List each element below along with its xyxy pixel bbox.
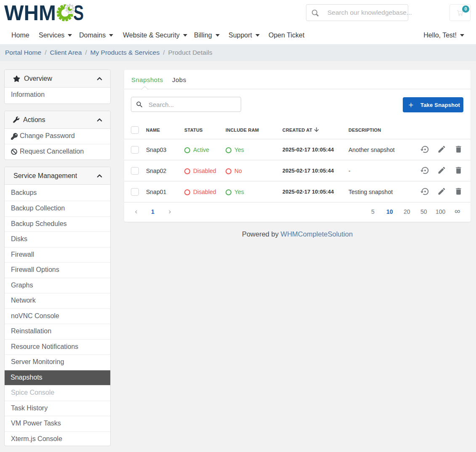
svg-text:S: S bbox=[73, 3, 84, 23]
svg-text:WHM: WHM bbox=[4, 3, 56, 23]
